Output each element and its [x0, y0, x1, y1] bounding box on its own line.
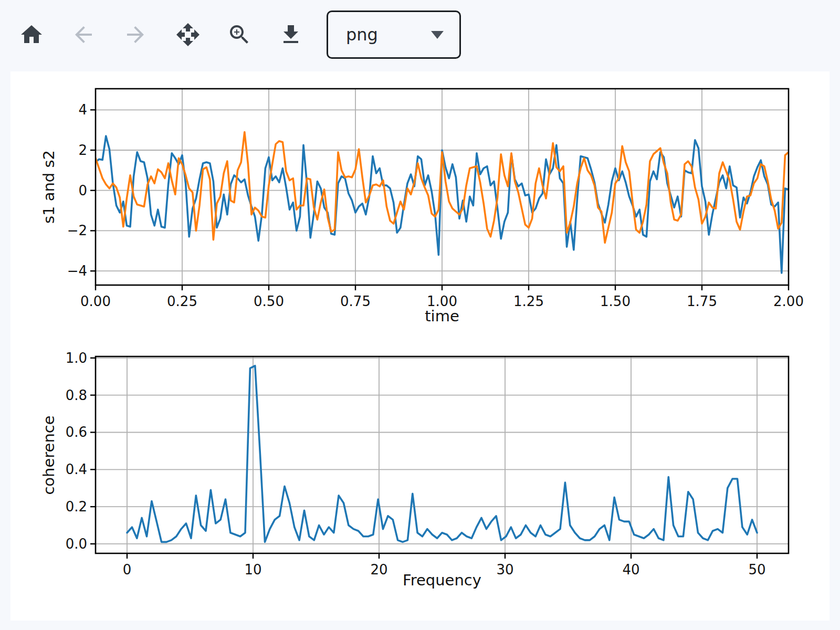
y-tick-label: 2 — [78, 142, 87, 158]
x-tick-label: 1.50 — [600, 293, 631, 309]
format-select-value: png — [346, 25, 378, 45]
x-tick-label: 40 — [622, 562, 639, 578]
ylabel-s1-and-s2: s1 and s2 — [40, 150, 58, 224]
x-tick-label: 30 — [496, 562, 513, 578]
home-icon — [19, 22, 44, 47]
arrow-right-icon — [123, 22, 148, 47]
y-tick-label: 0.6 — [66, 424, 87, 440]
download-icon — [278, 22, 303, 47]
x-tick-label: 0.50 — [254, 293, 284, 309]
y-tick-label: 0.0 — [66, 536, 87, 552]
x-tick-label: 0.75 — [340, 293, 371, 309]
ylabel-coherence: coherence — [40, 415, 58, 495]
home-button[interactable] — [19, 22, 44, 47]
chevron-down-icon — [431, 31, 444, 39]
xlabel-time: time — [425, 307, 459, 325]
x-tick-label: 10 — [244, 562, 261, 578]
format-select[interactable]: png — [327, 10, 461, 59]
arrow-left-icon — [71, 22, 96, 47]
y-tick-label: −4 — [67, 263, 87, 279]
x-tick-label: 20 — [370, 562, 387, 578]
pan-button[interactable] — [175, 22, 201, 47]
x-tick-label: 0 — [123, 562, 132, 578]
y-tick-label: 0.4 — [66, 461, 87, 477]
y-tick-label: 4 — [78, 102, 87, 118]
zoom-in-icon — [227, 22, 252, 47]
y-tick-label: 1.0 — [66, 350, 87, 366]
x-tick-label: 50 — [748, 562, 765, 578]
x-tick-label: 1.75 — [687, 293, 717, 309]
y-tick-label: 0.2 — [66, 499, 87, 514]
zoom-button[interactable] — [227, 22, 252, 47]
forward-button[interactable] — [123, 22, 148, 47]
plots-svg: 0.000.250.500.751.001.251.501.752.00−4−2… — [10, 71, 830, 621]
y-tick-label: 0 — [78, 183, 87, 198]
download-button[interactable] — [278, 22, 303, 47]
top-plot-axes: 0.000.250.500.751.001.251.501.752.00−4−2… — [67, 89, 804, 309]
move-icon — [175, 22, 201, 47]
series-line-coherence — [127, 366, 757, 542]
x-tick-label: 2.00 — [773, 293, 804, 309]
x-tick-label: 1.25 — [513, 293, 544, 309]
back-button[interactable] — [71, 22, 96, 47]
x-tick-label: 0.25 — [167, 293, 197, 309]
x-tick-label: 0.00 — [80, 293, 111, 309]
xlabel-frequency: Frequency — [403, 571, 481, 589]
navigation-toolbar: png — [0, 0, 840, 71]
coherence-plot-axes: 010203040500.00.20.40.60.81.0 — [66, 350, 789, 578]
y-tick-label: 0.8 — [66, 387, 87, 403]
y-tick-label: −2 — [67, 223, 87, 238]
figure-canvas[interactable]: 0.000.250.500.751.001.251.501.752.00−4−2… — [10, 71, 830, 621]
